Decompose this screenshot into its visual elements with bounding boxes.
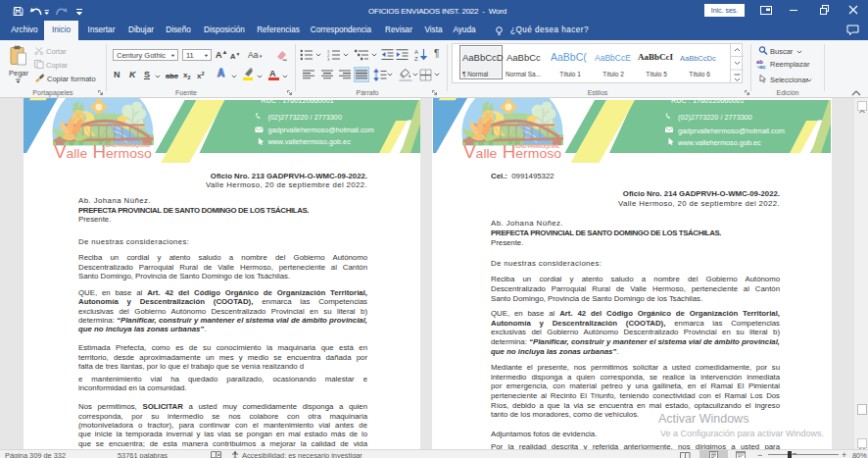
svg-text:3: 3 (327, 57, 330, 61)
svg-text:Z: Z (414, 56, 418, 62)
svg-text:A: A (414, 49, 418, 55)
svg-text:ac: ac (759, 64, 766, 69)
